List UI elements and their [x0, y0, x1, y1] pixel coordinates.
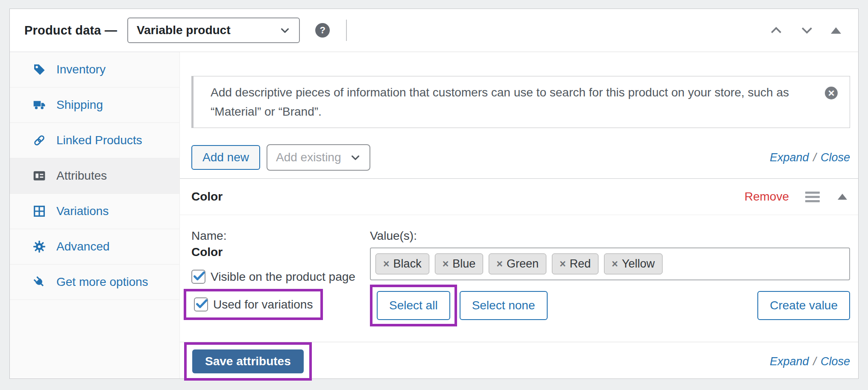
attributes-toolbar: Add new Add existing Expand / Close — [191, 144, 850, 171]
attribute-values-column: Value(s): × Black × Blue × — [370, 228, 850, 326]
expand-link[interactable]: Expand — [770, 151, 809, 164]
move-down-icon[interactable] — [800, 23, 814, 37]
help-icon[interactable]: ? — [315, 23, 330, 38]
tab-get-more-options[interactable]: Get more options — [10, 265, 179, 300]
tab-label: Inventory — [56, 63, 106, 76]
attribute-header-row[interactable]: Color Remove — [180, 179, 858, 215]
attributes-tab-panel: Add descriptive pieces of information th… — [180, 52, 858, 378]
expand-close-separator: / — [813, 355, 816, 368]
used-for-variations-checkbox[interactable] — [194, 297, 208, 311]
close-link[interactable]: Close — [821, 355, 850, 368]
used-for-variations-label: Used for variations — [213, 298, 313, 311]
attribute-content: Name: Color Visible on the product page — [180, 215, 858, 342]
values-label: Value(s): — [370, 228, 850, 244]
tab-label: Get more options — [56, 275, 148, 289]
tab-label: Advanced — [56, 240, 110, 253]
tab-label: Attributes — [56, 169, 107, 183]
truck-icon — [32, 98, 46, 112]
close-link[interactable]: Close — [821, 151, 850, 164]
drag-handle-icon[interactable] — [805, 192, 820, 202]
metabox-order-controls — [769, 23, 841, 37]
expand-close-separator: / — [813, 151, 816, 164]
product-data-tabs: Inventory Shipping Linked Products Attri… — [10, 52, 180, 378]
value-tag: × Blue — [435, 253, 484, 274]
gear-icon — [32, 240, 46, 253]
product-type-select[interactable]: Variable product — [127, 17, 300, 43]
attribute-name-value: Color — [191, 244, 370, 260]
value-tag: × Green — [489, 253, 546, 274]
name-label: Name: — [191, 228, 370, 244]
highlight-box-select-all: Select all — [370, 285, 457, 326]
chevron-down-icon — [279, 24, 291, 37]
save-attributes-button[interactable]: Save attributes — [192, 349, 304, 373]
help-glyph: ? — [320, 25, 325, 36]
tag-label: Red — [570, 257, 591, 271]
expand-link[interactable]: Expand — [770, 355, 809, 368]
collapse-attribute-icon[interactable] — [838, 194, 847, 200]
highlight-box-used-for-variations: Used for variations — [184, 289, 323, 320]
create-value-button[interactable]: Create value — [757, 291, 850, 320]
attributes-info-notice: Add descriptive pieces of information th… — [191, 76, 850, 128]
value-tag: × Yellow — [604, 253, 663, 274]
tag-label: Blue — [452, 257, 475, 271]
attributes-form-icon — [32, 169, 46, 183]
add-existing-placeholder: Add existing — [276, 151, 341, 164]
remove-attribute-link[interactable]: Remove — [745, 190, 789, 204]
select-all-button[interactable]: Select all — [377, 291, 450, 320]
select-none-button[interactable]: Select none — [460, 291, 548, 320]
attribute-title: Color — [191, 190, 223, 204]
tab-linked-products[interactable]: Linked Products — [10, 123, 179, 158]
move-up-icon[interactable] — [769, 23, 783, 37]
tab-label: Shipping — [56, 98, 103, 112]
dismiss-glyph: × — [828, 87, 834, 99]
attribute-metabox: Color Remove Name: Color Vi — [180, 178, 858, 342]
expand-close-links-bottom: Expand / Close — [770, 355, 850, 368]
tag-remove-icon[interactable]: × — [496, 258, 503, 270]
plug-icon — [32, 275, 46, 289]
product-data-panel: Product data — Variable product ? I — [9, 9, 859, 379]
panel-body: Inventory Shipping Linked Products Attri… — [10, 52, 858, 378]
collapse-panel-icon[interactable] — [831, 27, 841, 34]
tag-remove-icon[interactable]: × — [560, 258, 566, 270]
value-tag: × Red — [552, 253, 598, 274]
tab-label: Variations — [56, 204, 108, 218]
tag-remove-icon[interactable]: × — [443, 258, 449, 270]
panel-title: Product data — — [24, 23, 117, 38]
tag-remove-icon[interactable]: × — [612, 258, 618, 270]
add-existing-select[interactable]: Add existing — [267, 144, 370, 171]
expand-close-links-top: Expand / Close — [770, 151, 850, 164]
variations-checkbox-row: Used for variations — [194, 297, 313, 311]
tab-shipping[interactable]: Shipping — [10, 87, 179, 123]
header-divider — [346, 20, 347, 41]
visible-checkbox-row: Visible on the product page — [191, 270, 370, 284]
value-tag: × Black — [375, 253, 429, 274]
tag-label: Yellow — [622, 257, 655, 271]
link-icon — [32, 134, 46, 147]
visible-checkbox[interactable] — [191, 270, 205, 284]
notice-text: Add descriptive pieces of information th… — [211, 86, 789, 118]
tab-inventory[interactable]: Inventory — [10, 52, 179, 87]
chevron-down-icon — [349, 151, 362, 164]
values-buttons-row: Select all Select none Create value — [370, 285, 850, 326]
attribute-values-input[interactable]: × Black × Blue × Green — [370, 247, 850, 280]
tag-icon — [32, 63, 46, 76]
attributes-footer: Save attributes Expand / Close — [180, 342, 858, 383]
visible-checkbox-label: Visible on the product page — [211, 270, 355, 284]
product-type-value: Variable product — [137, 23, 230, 37]
tab-variations[interactable]: Variations — [10, 194, 179, 229]
tag-remove-icon[interactable]: × — [383, 258, 390, 270]
tag-label: Green — [507, 257, 539, 271]
tab-label: Linked Products — [56, 134, 142, 147]
attribute-name-column: Name: Color Visible on the product page — [191, 228, 370, 326]
highlight-box-save-attributes: Save attributes — [184, 342, 312, 381]
tab-advanced[interactable]: Advanced — [10, 229, 179, 265]
add-new-button[interactable]: Add new — [191, 145, 260, 170]
grid-icon — [32, 204, 46, 218]
tab-attributes[interactable]: Attributes — [10, 158, 179, 194]
notice-dismiss-icon[interactable]: × — [825, 87, 838, 99]
panel-header: Product data — Variable product ? — [10, 9, 858, 52]
tag-label: Black — [393, 257, 422, 271]
